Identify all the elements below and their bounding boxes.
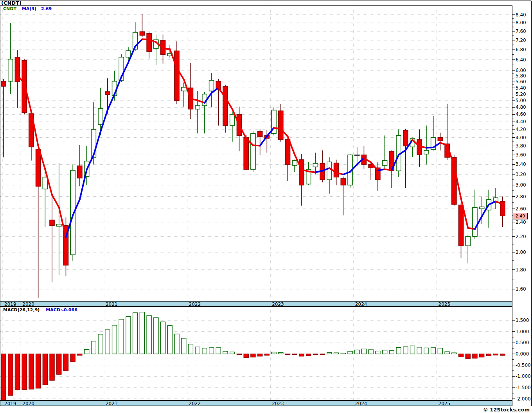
macd-bar <box>63 354 68 371</box>
macd-params-label: MACD(26,12,9) <box>3 307 40 312</box>
macd-bar <box>84 350 89 354</box>
macd-bar <box>466 354 470 359</box>
macd-bar <box>43 354 47 385</box>
macd-bar <box>459 354 464 357</box>
macd-bar <box>223 351 228 354</box>
candle-body <box>22 61 27 113</box>
candle-body <box>209 80 214 91</box>
macd-bar <box>334 353 339 354</box>
macd-bar <box>133 313 138 354</box>
price-axis-label: 5.40 <box>516 85 526 91</box>
candle-body <box>140 32 144 35</box>
macd-value-label: MACD:-0.066 <box>46 307 77 312</box>
candle-body <box>466 237 470 246</box>
candle-body <box>126 51 131 57</box>
price-axis-label: 4.20 <box>516 127 526 132</box>
macd-axis-label: -1.500 <box>516 385 531 390</box>
macd-bar <box>126 316 131 354</box>
watermark: © 12Stocks.com <box>483 407 530 413</box>
macd-bar <box>431 348 436 354</box>
macd-bar <box>368 350 373 354</box>
candle-body <box>403 130 408 146</box>
macd-bar <box>271 352 276 354</box>
price-axis-label: 2.40 <box>516 219 526 225</box>
macd-bar <box>57 354 61 374</box>
macd-bar <box>286 354 290 355</box>
price-axis-label: 2.20 <box>516 234 526 239</box>
macd-bar <box>209 348 214 354</box>
year-label: 2024 <box>355 302 367 307</box>
macd-bar <box>348 351 352 354</box>
ma3-line-segment <box>59 207 66 237</box>
year-label: 2020 <box>22 401 34 406</box>
price-axis-label: 7.20 <box>516 38 526 43</box>
year-label: 2025 <box>439 302 451 307</box>
macd-bar <box>279 353 283 354</box>
candle-body <box>1 81 6 86</box>
macd-bar <box>216 348 221 354</box>
ticker-symbol-label: CNDT <box>3 6 16 11</box>
candle-body <box>244 138 248 169</box>
price-axis-label: 5.00 <box>516 98 526 103</box>
macd-bar <box>237 354 241 355</box>
macd-axis-label: -0.500 <box>516 363 531 368</box>
macd-bar <box>258 354 262 356</box>
macd-bar <box>410 346 415 354</box>
macd-bar <box>438 348 442 354</box>
macd-bar <box>98 334 103 354</box>
candle-body <box>473 208 477 237</box>
ma3-line-segment <box>482 205 489 216</box>
macd-bar <box>22 354 27 390</box>
ma3-line-segment <box>163 48 170 49</box>
ma3-line-segment <box>108 94 115 110</box>
year-strip-bottom <box>0 401 512 406</box>
price-axis-label: 3.00 <box>516 182 526 188</box>
macd-axis-label: 0.000 <box>516 351 529 357</box>
macd-bar <box>403 347 408 354</box>
chart-page: 8.408.007.607.206.806.406.005.805.605.40… <box>0 0 532 413</box>
macd-bar <box>36 354 41 388</box>
candle-body <box>57 224 61 226</box>
macd-bar <box>299 354 304 356</box>
macd-bar <box>230 352 235 354</box>
macd-axis-label: 1.000 <box>516 329 529 334</box>
macd-bar <box>389 350 394 354</box>
macd-bar <box>361 349 366 354</box>
price-axis-label: 3.40 <box>516 162 526 167</box>
candle-body <box>341 179 345 185</box>
price-axis-label: 8.40 <box>516 12 526 18</box>
price-axis-label: 3.80 <box>516 143 526 149</box>
macd-bar <box>292 354 297 355</box>
macd-bar <box>452 353 457 354</box>
candle-body <box>334 163 339 177</box>
ma-label: MA(3) <box>22 6 36 11</box>
macd-bar <box>8 354 13 395</box>
macd-bar <box>493 354 498 355</box>
price-axis-label: 5.60 <box>516 79 526 84</box>
candle-body <box>182 87 186 91</box>
candle-body <box>230 114 235 126</box>
candle-body <box>8 59 13 81</box>
candle-body <box>251 133 255 169</box>
macd-bar <box>355 350 359 354</box>
year-label: 2019 <box>4 401 16 406</box>
macd-bar <box>112 325 117 354</box>
candle-body <box>174 51 179 101</box>
candle-body <box>355 155 359 156</box>
macd-bar <box>251 354 255 357</box>
year-label: 2022 <box>189 401 201 406</box>
price-axis-label: 2.80 <box>516 194 526 199</box>
macd-bar <box>341 353 345 354</box>
macd-bar <box>154 318 158 354</box>
year-label: 2023 <box>272 302 284 307</box>
macd-bar <box>486 354 491 356</box>
candle-body <box>105 92 110 95</box>
macd-axis-label: -1.000 <box>516 373 531 379</box>
candle-body <box>43 177 47 189</box>
candle-body <box>292 161 297 165</box>
year-label: 2021 <box>106 401 118 406</box>
macd-bar <box>424 348 429 354</box>
macd-bar <box>119 319 124 354</box>
price-axis-label: 2.60 <box>516 206 526 212</box>
price-axis-label: 1.60 <box>516 286 526 292</box>
